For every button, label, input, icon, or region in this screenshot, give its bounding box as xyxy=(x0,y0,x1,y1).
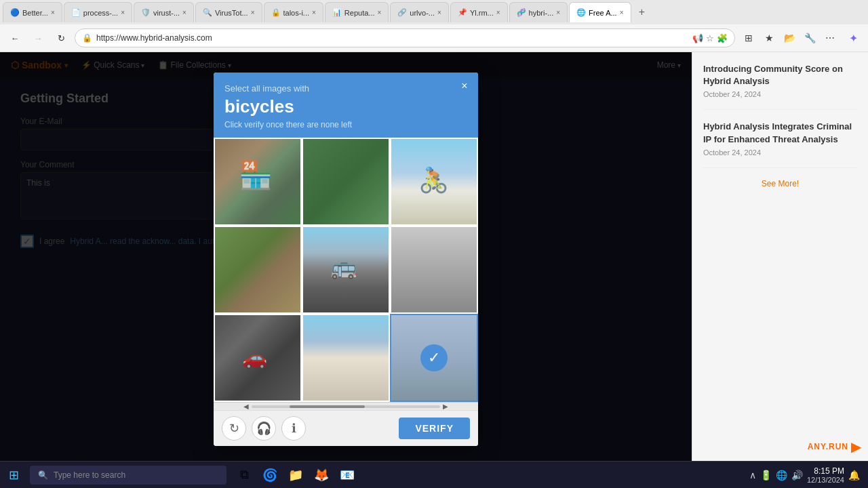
scroll-left-icon[interactable]: ◀ xyxy=(241,403,252,410)
browser-extensions-button[interactable]: 🔧 xyxy=(800,28,819,47)
taskbar-file-explorer[interactable]: 📁 xyxy=(283,463,308,487)
sidebar-article-2-title: Hybrid Analysis Integrates Criminal IP f… xyxy=(703,121,857,145)
taskbar-outlook[interactable]: 📧 xyxy=(335,463,359,487)
taskbar-sound-icon[interactable]: 🔊 xyxy=(791,470,803,481)
tab-8-label: Yl.rm... xyxy=(470,9,494,17)
tab-2-close[interactable]: × xyxy=(121,9,125,16)
tab-2[interactable]: 📄 process-... × xyxy=(64,2,132,22)
read-aloud-icon[interactable]: 📢 xyxy=(692,33,703,43)
split-screen-button[interactable]: ⊞ xyxy=(739,28,758,47)
tab-10[interactable]: 🌐 Free A... × xyxy=(569,2,631,22)
favorites-icon[interactable]: ☆ xyxy=(706,33,714,43)
tab-5-close[interactable]: × xyxy=(312,9,316,16)
tab-1-close[interactable]: × xyxy=(51,9,55,16)
windows-logo-icon: ⊞ xyxy=(9,468,19,483)
forward-button[interactable]: → xyxy=(28,28,47,47)
taskbar-edge[interactable]: 🌀 xyxy=(258,463,282,487)
captcha-image-6-bg xyxy=(391,227,477,312)
start-button[interactable]: ⊞ xyxy=(0,462,27,489)
taskbar-up-arrow-icon[interactable]: ∧ xyxy=(749,470,756,481)
anyrun-text: ANY.RUN xyxy=(808,442,848,451)
taskbar-system-icons: ∧ 🔋 🌐 🔊 xyxy=(749,470,803,481)
tab-6[interactable]: 📊 Reputa... × xyxy=(325,2,389,22)
tab-7[interactable]: 🔗 urlvo-... × xyxy=(390,2,449,22)
favorites-button[interactable]: ★ xyxy=(760,28,778,47)
captcha-image-1[interactable] xyxy=(214,138,302,226)
edge-icon: 🌀 xyxy=(262,468,277,483)
sidebar-article-1-date: October 24, 2024 xyxy=(703,90,857,98)
taskbar-network-icon[interactable]: 🌐 xyxy=(776,470,787,481)
taskbar: ⊞ 🔍 Type here to search ⧉ 🌀 📁 🦊 📧 ∧ 🔋 🌐 … xyxy=(0,461,868,488)
captcha-audio-button[interactable]: 🎧 xyxy=(252,416,276,441)
sidebar-article-2: Hybrid Analysis Integrates Criminal IP f… xyxy=(703,121,857,167)
scroll-right-icon[interactable]: ▶ xyxy=(440,403,451,410)
taskbar-search-icon: 🔍 xyxy=(38,470,48,480)
back-button[interactable]: ← xyxy=(5,28,24,47)
captcha-image-9-checkmark: ✓ xyxy=(391,315,477,401)
captcha-verify-button[interactable]: VERIFY xyxy=(399,418,470,439)
browser-chrome: 🔵 Better... × 📄 process-... × 🛡️ virust-… xyxy=(0,0,868,52)
captcha-help-button[interactable]: ℹ xyxy=(281,416,306,441)
tab-3-close[interactable]: × xyxy=(182,9,186,16)
captcha-image-8[interactable] xyxy=(302,314,390,402)
notification-button[interactable]: 🔔 xyxy=(848,470,860,481)
taskbar-date-display: 12/13/2024 xyxy=(807,476,844,484)
tab-10-favicon: 🌐 xyxy=(576,8,586,18)
sidebar-article-1: Introducing Community Score on Hybrid An… xyxy=(703,63,857,110)
tab-10-close[interactable]: × xyxy=(620,9,624,16)
tab-9-favicon: 🧬 xyxy=(517,8,526,18)
tab-4-close[interactable]: × xyxy=(251,9,255,16)
task-view-icon: ⧉ xyxy=(240,468,249,482)
captcha-refresh-button[interactable]: ↻ xyxy=(222,416,246,441)
tab-6-close[interactable]: × xyxy=(378,9,382,16)
tab-4-label: VirusTot... xyxy=(215,9,248,17)
tab-1-favicon: 🔵 xyxy=(10,8,20,18)
tab-7-label: urlvo-... xyxy=(410,9,435,17)
taskbar-search-box[interactable]: 🔍 Type here to search xyxy=(30,466,226,485)
tab-4[interactable]: 🔍 VirusTot... × xyxy=(195,2,262,22)
anyrun-logo: ANY.RUN ▶ xyxy=(808,439,861,455)
captcha-horizontal-scrollbar[interactable]: ◀ ▶ xyxy=(214,402,478,410)
taskbar-firefox[interactable]: 🦊 xyxy=(309,463,334,487)
outlook-icon: 📧 xyxy=(340,468,355,483)
taskbar-apps: ⧉ 🌀 📁 🦊 📧 xyxy=(232,463,359,487)
collections-button[interactable]: 📂 xyxy=(780,28,799,47)
new-tab-button[interactable]: + xyxy=(633,3,652,22)
extensions-icon[interactable]: 🧩 xyxy=(717,33,728,43)
captcha-image-grid: ✓ xyxy=(214,138,478,402)
tab-2-label: process-... xyxy=(83,9,118,17)
page-content: ⬡ Sandbox ▾ ⚡ Quick Scans ▾ 📋 File Colle… xyxy=(0,52,868,488)
tab-7-close[interactable]: × xyxy=(437,9,441,16)
tab-9-close[interactable]: × xyxy=(556,9,560,16)
see-more-link[interactable]: See More! xyxy=(703,179,857,188)
captcha-image-3-bg xyxy=(391,139,477,224)
captcha-image-9[interactable]: ✓ xyxy=(390,314,478,402)
scroll-thumb[interactable] xyxy=(290,405,365,408)
taskbar-clock[interactable]: 8:15 PM 12/13/2024 xyxy=(807,466,844,484)
captcha-image-2[interactable] xyxy=(302,138,390,226)
captcha-close-button[interactable]: × xyxy=(456,78,473,94)
captcha-image-4[interactable] xyxy=(214,226,302,314)
taskbar-task-view[interactable]: ⧉ xyxy=(232,463,256,487)
address-bar[interactable]: 🔒 https://www.hybrid-analysis.com 📢 ☆ 🧩 xyxy=(75,28,735,47)
tab-8-close[interactable]: × xyxy=(496,9,500,16)
captcha-image-7[interactable] xyxy=(214,314,302,402)
tab-5[interactable]: 🔒 talos-i... × xyxy=(264,2,323,22)
tab-2-favicon: 📄 xyxy=(71,8,81,18)
captcha-image-8-bg xyxy=(303,315,389,401)
tab-9-label: hybri-... xyxy=(529,9,554,17)
tab-3[interactable]: 🛡️ virust-... × xyxy=(134,2,194,22)
captcha-modal: × Select all images with bicycles Click … xyxy=(214,73,478,446)
captcha-image-5[interactable] xyxy=(302,226,390,314)
tab-9[interactable]: 🧬 hybri-... × xyxy=(509,2,568,22)
tab-1[interactable]: 🔵 Better... × xyxy=(3,2,62,22)
captcha-image-3[interactable] xyxy=(390,138,478,226)
settings-button[interactable]: ⋯ xyxy=(821,28,840,47)
captcha-image-6[interactable] xyxy=(390,226,478,314)
tab-6-favicon: 📊 xyxy=(332,8,342,18)
tab-8[interactable]: 📌 Yl.rm... × xyxy=(450,2,508,22)
refresh-button[interactable]: ↻ xyxy=(52,28,71,47)
captcha-footer: ↻ 🎧 ℹ VERIFY xyxy=(214,410,478,446)
copilot-button[interactable]: ✦ xyxy=(844,28,863,47)
tab-6-label: Reputa... xyxy=(344,9,375,17)
